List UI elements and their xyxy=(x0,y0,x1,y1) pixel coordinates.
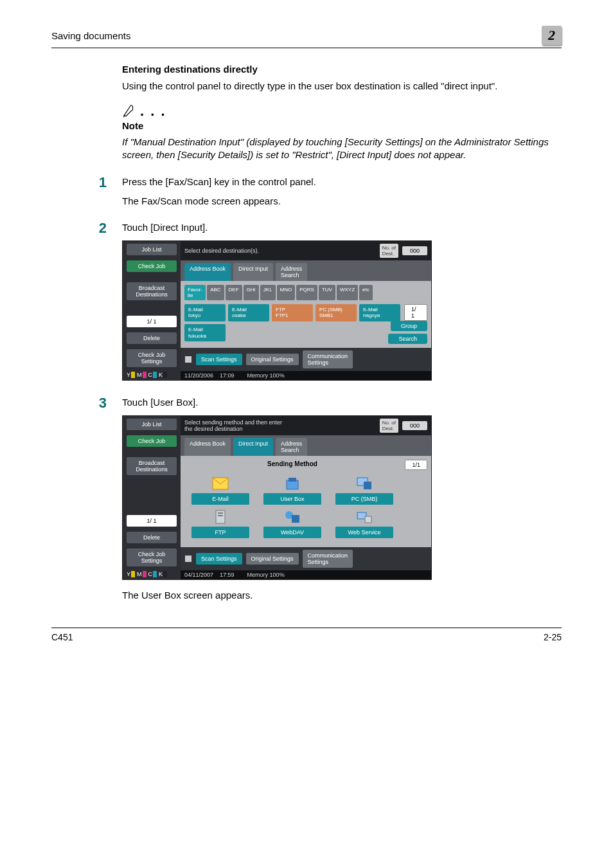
toner-c-icon: C xyxy=(148,372,157,378)
memory-label: Memory xyxy=(247,372,269,379)
svg-rect-13 xyxy=(185,556,191,562)
dest-email-nagoya[interactable]: E-Mailnagoya xyxy=(359,304,400,321)
check-job-button[interactable]: Check Job xyxy=(127,435,177,447)
chapter-badge: 2 xyxy=(542,26,562,45)
method-webservice-button[interactable]: Web Service xyxy=(335,527,393,538)
dest-ftp1[interactable]: FTPFTP1 xyxy=(272,304,313,321)
tab-address-search[interactable]: Address Search xyxy=(276,263,307,281)
job-list-button[interactable]: Job List xyxy=(127,244,177,255)
svg-rect-5 xyxy=(364,482,371,489)
svg-rect-2 xyxy=(287,480,298,489)
step-2: 2 Touch [Direct Input]. Job List Check J… xyxy=(122,221,562,390)
note-ellipsis: . . . xyxy=(140,104,166,118)
svg-rect-12 xyxy=(365,516,371,523)
delete-button[interactable]: Delete xyxy=(127,532,177,543)
delete-button[interactable]: Delete xyxy=(127,332,177,344)
status-time: 17:09 xyxy=(220,372,235,379)
destination-count-icon: No. ofDest. xyxy=(380,419,398,433)
scan-settings-tab[interactable]: Scan Settings xyxy=(196,553,242,565)
alpha-favorite[interactable]: Favor- ite xyxy=(184,285,206,300)
toner-k-icon: K xyxy=(159,372,167,378)
original-settings-tab[interactable]: Original Settings xyxy=(246,553,299,565)
step-1: 1 Press the [Fax/Scan] key in the contro… xyxy=(122,176,562,215)
destination-grid: E-Mailtokyo E-Mailosaka FTPFTP1 PC (SMB)… xyxy=(184,304,400,341)
method-pcsmb-button[interactable]: PC (SMB) xyxy=(335,493,393,505)
svg-rect-7 xyxy=(218,512,223,514)
method-userbox-button[interactable]: User Box xyxy=(263,493,321,505)
original-settings-tab[interactable]: Original Settings xyxy=(246,354,299,365)
running-title: Saving documents xyxy=(51,30,542,41)
tab-direct-input[interactable]: Direct Input xyxy=(233,263,273,281)
alpha-wxyz[interactable]: WXYZ xyxy=(337,285,358,300)
alpha-def[interactable]: DEF xyxy=(226,285,242,300)
section-heading: Entering destinations directly xyxy=(122,64,562,75)
bottom-tab-bar: Scan Settings Original Settings Communic… xyxy=(181,547,431,570)
toner-m-icon: M xyxy=(137,372,147,378)
alpha-abc[interactable]: ABC xyxy=(207,285,224,300)
job-list-button[interactable]: Job List xyxy=(127,419,177,430)
svg-rect-0 xyxy=(185,356,191,363)
method-ftp-button[interactable]: FTP xyxy=(191,527,249,538)
memory-label: Memory xyxy=(247,572,269,578)
group-button[interactable]: Group xyxy=(391,321,427,331)
ftp-icon xyxy=(212,510,229,524)
scan-settings-tab[interactable]: Scan Settings xyxy=(196,354,242,365)
tab-row: Address Book Direct Input Address Search xyxy=(181,435,431,456)
alpha-filter-row: Favor- ite ABC DEF GHI JKL MNO PQRS TUV … xyxy=(184,285,427,300)
running-head: Saving documents 2 xyxy=(51,26,562,48)
status-date: 11/20/2006 xyxy=(184,372,213,379)
dest-smb1[interactable]: PC (SMB)SMB1 xyxy=(315,304,357,321)
alpha-mno[interactable]: MNO xyxy=(277,285,296,300)
tab-address-book[interactable]: Address Book xyxy=(184,263,231,281)
check-job-button[interactable]: Check Job xyxy=(127,260,177,272)
alpha-pqrs[interactable]: PQRS xyxy=(296,285,317,300)
status-time: 17:59 xyxy=(220,572,235,578)
alpha-ghi[interactable]: GHI xyxy=(244,285,259,300)
intro-paragraph: Using the control panel to directly type… xyxy=(122,80,562,93)
webservice-icon xyxy=(356,510,373,524)
alpha-jkl[interactable]: JKL xyxy=(260,285,276,300)
dest-email-tokyo[interactable]: E-Mailtokyo xyxy=(184,304,226,321)
alpha-tuv[interactable]: TUV xyxy=(319,285,335,300)
communication-settings-tab[interactable]: Communication Settings xyxy=(303,350,353,368)
svg-rect-8 xyxy=(218,515,223,516)
pcsmb-icon xyxy=(356,476,373,491)
side-page-indicator: 1/ 1 xyxy=(127,515,177,527)
check-job-settings-button[interactable]: Check Job Settings xyxy=(127,548,177,566)
broadcast-dest-label: Broadcast Destinations xyxy=(127,282,177,300)
tab-address-search[interactable]: Address Search xyxy=(276,438,307,456)
step-3: 3 Touch [User Box]. Job List Check Job B… xyxy=(122,396,562,608)
communication-settings-tab[interactable]: Communication Settings xyxy=(303,550,353,568)
toner-y-icon: Y xyxy=(127,372,135,378)
settings-icon xyxy=(184,555,192,563)
method-email-button[interactable]: E-Mail xyxy=(191,493,249,505)
step-1-line-1: Press the [Fax/Scan] key in the control … xyxy=(122,176,316,188)
sending-method-grid: E-Mail User Box xyxy=(184,475,400,543)
tab-direct-input[interactable]: Direct Input xyxy=(233,438,273,456)
prompt-message: Select desired destination(s). xyxy=(184,248,259,254)
dest-email-fukuoka[interactable]: E-Mailfukuoka xyxy=(184,324,226,341)
note-body: If "Manual Destination Input" (displayed… xyxy=(122,136,562,162)
page-footer: C451 2-25 xyxy=(51,628,562,642)
method-page-indicator: 1/1 xyxy=(405,460,427,470)
step-2-line-1: Touch [Direct Input]. xyxy=(122,221,432,234)
settings-icon xyxy=(184,356,192,363)
tab-row: Address Book Direct Input Address Search xyxy=(181,260,431,281)
step-number: 3 xyxy=(94,396,107,608)
status-date: 04/11/2007 xyxy=(184,572,213,578)
note-block: . . . Note If "Manual Destination Input"… xyxy=(122,104,562,161)
dest-email-osaka[interactable]: E-Mailosaka xyxy=(228,304,269,321)
dest-page-indicator: 1/ 1 xyxy=(404,304,427,321)
check-job-settings-button[interactable]: Check Job Settings xyxy=(127,349,177,367)
userbox-icon xyxy=(284,476,301,491)
screenshot-address-book: Job List Check Job Broadcast Destination… xyxy=(122,240,432,381)
prompt-message: Select sending method and then enter the… xyxy=(184,419,282,432)
toner-k-icon: K xyxy=(159,571,167,577)
alpha-etc[interactable]: etc xyxy=(359,285,373,300)
search-button[interactable]: Search xyxy=(388,334,427,344)
tab-address-book[interactable]: Address Book xyxy=(184,438,231,456)
method-webdav-button[interactable]: WebDAV xyxy=(263,527,321,538)
broadcast-dest-label: Broadcast Destinations xyxy=(127,457,177,475)
step-number: 1 xyxy=(94,176,107,215)
toner-c-icon: C xyxy=(148,571,157,577)
